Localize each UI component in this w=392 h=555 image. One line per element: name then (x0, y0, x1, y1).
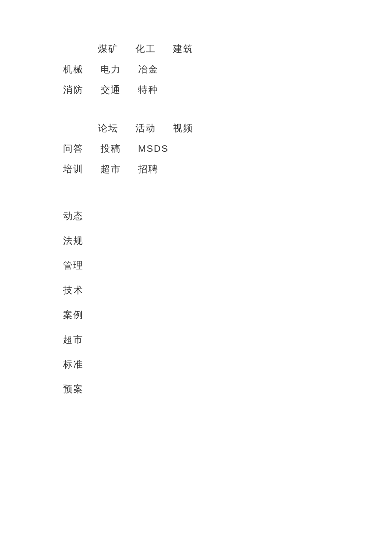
sidebar-item-plan[interactable]: 预案 (63, 383, 392, 396)
industry-item-electric[interactable]: 电力 (101, 63, 121, 76)
community-row-1: 论坛 活动 视频 (0, 122, 392, 135)
industry-row-1: 煤矿 化工 建筑 (0, 43, 392, 55)
industry-item-coal[interactable]: 煤矿 (98, 43, 118, 55)
community-item-submit[interactable]: 投稿 (101, 142, 121, 155)
sidebar-item-law[interactable]: 法规 (63, 234, 392, 247)
community-item-recruit[interactable]: 招聘 (138, 163, 159, 176)
community-item-market[interactable]: 超市 (101, 163, 121, 176)
industry-item-traffic[interactable]: 交通 (101, 84, 121, 96)
industry-row-3: 消防 交通 特种 (0, 84, 392, 96)
industry-item-construction[interactable]: 建筑 (173, 43, 193, 55)
industry-item-chemical[interactable]: 化工 (135, 43, 156, 55)
community-row-2: 问答 投稿 MSDS (0, 142, 392, 155)
sidebar-item-tech[interactable]: 技术 (63, 284, 392, 297)
sidebar-item-management[interactable]: 管理 (63, 259, 392, 272)
industry-section: 煤矿 化工 建筑 机械 电力 冶金 消防 交通 特种 (0, 43, 392, 96)
sidebar-item-dynamic[interactable]: 动态 (63, 210, 392, 223)
community-item-video[interactable]: 视频 (173, 122, 193, 135)
community-row-3: 培训 超市 招聘 (0, 163, 392, 176)
industry-item-special[interactable]: 特种 (138, 84, 159, 96)
industry-row-2: 机械 电力 冶金 (0, 63, 392, 76)
sidebar-section: 动态 法规 管理 技术 案例 超市 标准 预案 (0, 210, 392, 396)
industry-item-fire[interactable]: 消防 (63, 84, 84, 96)
community-item-training[interactable]: 培训 (63, 163, 84, 176)
sidebar-item-standard[interactable]: 标准 (63, 358, 392, 371)
community-item-forum[interactable]: 论坛 (98, 122, 118, 135)
community-section: 论坛 活动 视频 问答 投稿 MSDS 培训 超市 招聘 (0, 122, 392, 176)
community-item-qa[interactable]: 问答 (63, 142, 84, 155)
community-item-msds[interactable]: MSDS (138, 143, 169, 154)
industry-item-machinery[interactable]: 机械 (63, 63, 84, 76)
community-item-activity[interactable]: 活动 (135, 122, 156, 135)
sidebar-item-case[interactable]: 案例 (63, 309, 392, 321)
industry-item-metallurgy[interactable]: 冶金 (138, 63, 159, 76)
sidebar-item-supermarket[interactable]: 超市 (63, 333, 392, 346)
